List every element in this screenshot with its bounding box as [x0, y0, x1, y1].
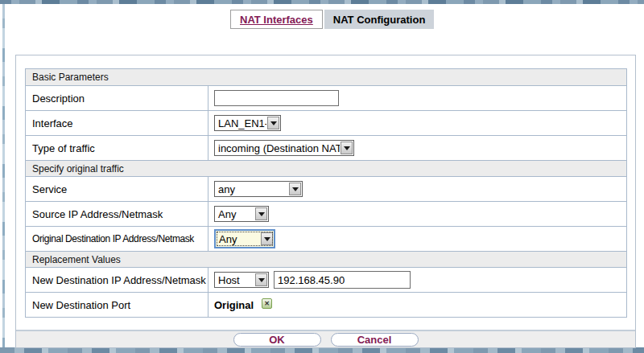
service-select-value: any — [215, 183, 288, 195]
row-interface: Interface LAN_EN1-0 — [26, 110, 626, 135]
row-original-destination-ip: Original Destination IP Address/Netmask … — [26, 226, 626, 251]
service-label: Service — [26, 177, 208, 201]
interface-label: Interface — [26, 111, 208, 135]
row-new-destination-ip: New Destination IP Address/Netmask Host — [26, 267, 626, 292]
toggle-x-icon[interactable]: ✕ — [262, 298, 272, 309]
new-destination-port-value: Original — [214, 299, 254, 311]
new-destination-ip-mode-select[interactable]: Host — [214, 272, 269, 288]
page-left-border — [2, 4, 5, 347]
type-of-traffic-label: Type of traffic — [26, 136, 208, 160]
tab-bar: NAT Interfaces NAT Configuration — [230, 10, 434, 29]
description-label: Description — [26, 86, 208, 110]
source-ip-label: Source IP Address/Netmask — [26, 202, 208, 226]
dropdown-arrow-icon[interactable] — [255, 207, 267, 220]
new-destination-port-label: New Destination Port — [26, 293, 208, 317]
description-input[interactable] — [214, 90, 339, 106]
row-service: Service any — [26, 176, 626, 201]
form-action-bar: OK Cancel — [16, 330, 635, 347]
dropdown-arrow-icon[interactable] — [255, 273, 267, 286]
new-destination-ip-label: New Destination IP Address/Netmask — [26, 268, 208, 292]
new-destination-ip-mode-value: Host — [215, 274, 254, 286]
nat-configuration-panel: Basic Parameters Description Interface L… — [15, 55, 636, 348]
section-header-basic-parameters: Basic Parameters — [26, 69, 626, 85]
source-ip-select[interactable]: Any — [214, 206, 269, 222]
ok-button[interactable]: OK — [233, 333, 321, 347]
interface-select[interactable]: LAN_EN1-0 — [214, 115, 281, 131]
page-top-border — [0, 0, 644, 4]
section-header-specify-original-traffic: Specify original traffic — [26, 160, 626, 176]
page-bottom-border — [0, 347, 644, 353]
type-of-traffic-select[interactable]: incoming (Destination NAT) — [214, 140, 354, 156]
dropdown-arrow-icon[interactable] — [289, 183, 301, 195]
section-header-replacement-values: Replacement Values — [26, 251, 626, 267]
type-of-traffic-select-value: incoming (Destination NAT) — [215, 142, 340, 154]
nat-configuration-form: Basic Parameters Description Interface L… — [25, 68, 627, 318]
row-source-ip: Source IP Address/Netmask Any — [26, 201, 626, 226]
service-select[interactable]: any — [214, 181, 303, 197]
original-destination-ip-label: Original Destination IP Address/Netmask — [26, 227, 208, 251]
row-type-of-traffic: Type of traffic incoming (Destination NA… — [26, 135, 626, 160]
source-ip-select-value: Any — [215, 208, 254, 220]
row-new-destination-port: New Destination Port Original ✕ — [26, 292, 626, 317]
interface-select-value: LAN_EN1-0 — [215, 117, 266, 129]
dropdown-arrow-icon[interactable] — [261, 232, 273, 245]
original-destination-ip-select-value: Any — [216, 233, 260, 245]
tab-nat-configuration[interactable]: NAT Configuration — [324, 10, 435, 29]
tab-nat-interfaces[interactable]: NAT Interfaces — [230, 10, 323, 29]
dropdown-arrow-icon[interactable] — [341, 142, 353, 154]
original-destination-ip-select[interactable]: Any — [214, 229, 275, 248]
cancel-button[interactable]: Cancel — [331, 333, 419, 347]
new-destination-ip-input[interactable] — [274, 271, 411, 289]
dropdown-arrow-icon[interactable] — [267, 117, 279, 129]
row-description: Description — [26, 85, 626, 110]
